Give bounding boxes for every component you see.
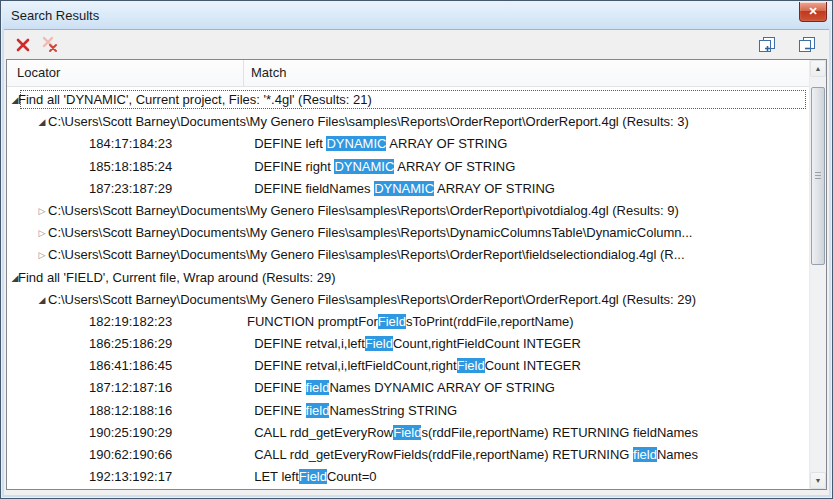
match-segment: CALL rdd_getEveryRow	[247, 425, 393, 440]
match-text: LET rightFieldCount=0	[247, 488, 384, 489]
match-text: CALL rdd_getEveryRowFields(rddFile,repor…	[247, 444, 698, 466]
file-row[interactable]: ▷C:\Users\Scott Barney\Documents\My Gene…	[7, 244, 809, 266]
scroll-down-button[interactable]: ▼	[810, 472, 826, 489]
match-segment: LET left	[247, 469, 299, 484]
match-segment: sToPrint(rddFile,reportName)	[406, 314, 574, 329]
match-text: DEFINE retval,i,leftFieldCount,rightFiel…	[247, 355, 581, 377]
vertical-scrollbar[interactable]: ▲ ▼	[809, 60, 826, 489]
match-text: DEFINE left DYNAMIC ARRAY OF STRING	[247, 133, 507, 155]
expand-toggle-icon[interactable]: ▷	[36, 222, 48, 244]
scroll-down-arrow-icon: ▼	[815, 477, 822, 484]
red-x-icon	[15, 37, 31, 53]
expand-toggle-icon[interactable]: ▷	[36, 244, 48, 266]
match-segment: DEFINE	[247, 403, 306, 418]
result-locator: 186:25:186:29	[89, 333, 172, 355]
match-segment: s(rddFile,reportName) RETURNING fieldNam…	[421, 425, 698, 440]
match-row[interactable]: LET rightFieldCount=0	[7, 488, 809, 489]
remove-search-button[interactable]	[11, 33, 35, 57]
match-segment: ARRAY OF STRING	[394, 159, 515, 174]
search-query-label: Find all 'FIELD', Current file, Wrap aro…	[18, 267, 336, 289]
remove-all-searches-button[interactable]	[38, 33, 62, 57]
match-row[interactable]: 186:25:186:29 DEFINE retval,i,leftFieldC…	[7, 333, 809, 355]
window-body: Locator Match ◢Find all 'DYNAMIC', Curre…	[4, 29, 829, 495]
file-path-label: C:\Users\Scott Barney\Documents\My Gener…	[48, 200, 679, 222]
column-header-row: Locator Match	[7, 60, 809, 87]
match-segment: NamesString STRING	[329, 403, 457, 418]
expand-toggle-icon[interactable]: ▷	[36, 200, 48, 222]
toolbar	[4, 30, 829, 59]
collapse-toggle-icon[interactable]: ◢	[36, 111, 48, 133]
result-locator: 185:18:185:24	[89, 156, 172, 178]
match-row[interactable]: 184:17:184:23 DEFINE left DYNAMIC ARRAY …	[7, 133, 809, 155]
column-header-locator[interactable]: Locator	[17, 60, 60, 86]
match-row[interactable]: 187:23:187:29 DEFINE fieldNames DYNAMIC …	[7, 178, 809, 200]
match-segment: DEFINE right	[247, 159, 334, 174]
match-segment: Names DYNAMIC ARRAY OF STRING	[329, 380, 555, 395]
match-highlight: Field	[393, 425, 421, 440]
column-header-match[interactable]: Match	[251, 60, 286, 86]
match-segment: DEFINE	[247, 380, 306, 395]
result-locator: 188:12:188:16	[89, 400, 172, 422]
scroll-up-button[interactable]: ▲	[810, 60, 826, 77]
close-button[interactable]: ✕	[799, 2, 827, 22]
match-row[interactable]: 186:41:186:45 DEFINE retval,i,leftFieldC…	[7, 355, 809, 377]
collapse-all-button[interactable]	[795, 33, 819, 57]
result-locator: 184:17:184:23	[89, 133, 172, 155]
match-segment: Count INTEGER	[485, 358, 581, 373]
scrollbar-track[interactable]	[810, 77, 826, 472]
search-query-label: Find all 'DYNAMIC', Current project, Fil…	[18, 89, 372, 111]
result-locator: 186:41:186:45	[89, 355, 172, 377]
search-results-window: Search Results ✕	[0, 0, 833, 499]
titlebar[interactable]: Search Results ✕	[2, 2, 831, 29]
match-highlight: Field	[378, 314, 406, 329]
file-row[interactable]: ▷C:\Users\Scott Barney\Documents\My Gene…	[7, 200, 809, 222]
match-row[interactable]: 185:18:185:24 DEFINE right DYNAMIC ARRAY…	[7, 156, 809, 178]
column-divider[interactable]	[243, 60, 244, 86]
match-text: DEFINE right DYNAMIC ARRAY OF STRING	[247, 156, 515, 178]
result-locator: 190:62:190:66	[89, 444, 172, 466]
match-row[interactable]: 190:25:190:29 CALL rdd_getEveryRowFields…	[7, 422, 809, 444]
expand-all-button[interactable]	[755, 33, 779, 57]
results-tree: ◢Find all 'DYNAMIC', Current project, Fi…	[7, 87, 809, 489]
file-path-label: C:\Users\Scott Barney\Documents\My Gener…	[48, 111, 689, 133]
toolbar-right-group	[752, 33, 819, 57]
match-text: DEFINE retval,i,leftFieldCount,rightFiel…	[247, 333, 581, 355]
match-segment: ARRAY OF STRING	[386, 136, 507, 151]
match-text: DEFINE fieldNamesString STRING	[247, 400, 457, 422]
search-row[interactable]: ◢Find all 'FIELD', Current file, Wrap ar…	[7, 267, 809, 289]
match-row[interactable]: 192:13:192:17 LET leftFieldCount=0	[7, 466, 809, 488]
match-text: DEFINE fieldNames DYNAMIC ARRAY OF STRIN…	[247, 178, 555, 200]
result-locator: 187:12:187:16	[89, 377, 172, 399]
match-highlight: DYNAMIC	[334, 159, 394, 174]
match-segment: FUNCTION promptFor	[247, 314, 378, 329]
match-row[interactable]: 188:12:188:16 DEFINE fieldNamesString ST…	[7, 400, 809, 422]
match-highlight: DYNAMIC	[326, 136, 386, 151]
file-row[interactable]: ◢C:\Users\Scott Barney\Documents\My Gene…	[7, 289, 809, 311]
close-icon: ✕	[808, 5, 817, 18]
red-x-all-icon	[41, 36, 59, 54]
results-frame: Locator Match ◢Find all 'DYNAMIC', Curre…	[6, 59, 827, 490]
scrollbar-thumb[interactable]	[811, 87, 825, 265]
match-segment: CALL rdd_getEveryRowFields(rddFile,repor…	[247, 447, 633, 462]
match-highlight: Field	[299, 469, 327, 484]
search-row[interactable]: ◢Find all 'DYNAMIC', Current project, Fi…	[7, 89, 809, 111]
file-path-label: C:\Users\Scott Barney\Documents\My Gener…	[48, 289, 696, 311]
match-segment: ARRAY OF STRING	[434, 181, 555, 196]
collapse-toggle-icon[interactable]: ◢	[36, 289, 48, 311]
result-locator: 190:25:190:29	[89, 422, 172, 444]
match-text: DEFINE fieldNames DYNAMIC ARRAY OF STRIN…	[247, 377, 555, 399]
match-text: CALL rdd_getEveryRowFields(rddFile,repor…	[247, 422, 698, 444]
match-segment: DEFINE retval,i,leftFieldCount,right	[247, 358, 457, 373]
file-row[interactable]: ◢C:\Users\Scott Barney\Documents\My Gene…	[7, 111, 809, 133]
match-highlight: field	[306, 380, 330, 395]
match-text: FUNCTION promptForFieldsToPrint(rddFile,…	[247, 311, 574, 333]
match-segment: DEFINE retval,i,left	[247, 336, 365, 351]
match-highlight: field	[306, 403, 330, 418]
match-row[interactable]: 187:12:187:16 DEFINE fieldNames DYNAMIC …	[7, 377, 809, 399]
match-row[interactable]: 182:19:182:23FUNCTION promptForFieldsToP…	[7, 311, 809, 333]
file-row[interactable]: ▷C:\Users\Scott Barney\Documents\My Gene…	[7, 222, 809, 244]
expand-all-icon	[758, 36, 777, 54]
match-highlight: DYNAMIC	[374, 181, 434, 196]
match-row[interactable]: 190:62:190:66 CALL rdd_getEveryRowFields…	[7, 444, 809, 466]
file-path-label: C:\Users\Scott Barney\Documents\My Gener…	[48, 222, 692, 244]
